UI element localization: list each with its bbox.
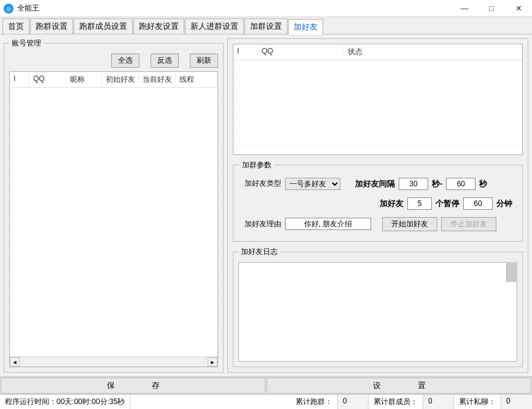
runtime-label: 程序运行时间： [5,397,57,406]
reason-input[interactable] [285,218,371,230]
title-bar: ◎ 全能王 — □ ✕ [0,0,532,17]
col-thread[interactable]: 线程 [176,72,217,87]
type-select[interactable]: 一号多好友 [285,178,340,190]
footer-buttons: 保存 设置 [0,376,532,394]
tab-bar: 首页 跑群设置 跑群成员设置 跑好友设置 新人进群设置 加群设置 加好友 [0,17,532,34]
minimize-button[interactable]: — [451,0,478,17]
stop-button[interactable]: 停止加好友 [441,217,496,231]
scroll-left-icon[interactable]: ◄ [10,357,20,367]
settings-button[interactable]: 设置 [267,378,531,394]
col-current-friends[interactable]: 当前好友 [139,72,176,87]
col-qq[interactable]: QQ [29,72,66,87]
minutes-label: 分钟 [496,198,512,209]
sec-dash-label: 秒- [432,178,442,189]
status-grid[interactable]: I QQ 状态 [233,44,523,155]
col-nick[interactable]: 昵称 [66,72,102,87]
account-grid-scrollbar[interactable]: ◄ ► [10,357,217,367]
status-grid-body [233,60,522,154]
account-grid-header: I QQ 昵称 初始好友 当前好友 线程 [10,72,217,88]
right-panel: I QQ 状态 加群参数 加好友类型 一号多好友 加好友间隔 秒- 秒 加好友 [227,38,528,373]
log-panel: 加好友日志 [233,247,523,368]
log-textarea[interactable] [238,262,517,362]
status-grid-header: I QQ 状态 [233,44,522,60]
tab-add-friend[interactable]: 加好友 [288,19,323,34]
tab-add-group-settings[interactable]: 加群设置 [244,18,288,34]
reason-label: 加好友理由 [244,219,281,229]
tab-newcomer-settings[interactable]: 新人进群设置 [185,18,244,34]
maximize-button[interactable]: □ [478,0,505,17]
interval-from-input[interactable] [399,178,428,190]
tab-run-group-member-settings[interactable]: 跑群成员设置 [74,18,133,34]
private-label: 累计私聊： [454,395,501,409]
account-panel: 账号管理 全选 反选 刷新 I QQ 昵称 初始好友 当前好友 线程 ◄ ► [4,38,224,373]
close-button[interactable]: ✕ [505,0,532,17]
run-group-value: 0 [338,395,369,409]
type-label: 加好友类型 [244,178,281,189]
invert-select-button[interactable]: 反选 [151,54,179,68]
private-value: 0 [501,395,532,409]
content-area: 账号管理 全选 反选 刷新 I QQ 昵称 初始好友 当前好友 线程 ◄ ► [0,34,532,376]
pause-label: 个暂停 [436,198,460,209]
window-title: 全能王 [17,3,451,14]
tab-run-group-settings[interactable]: 跑群设置 [30,18,73,34]
select-all-button[interactable]: 全选 [111,54,139,68]
runtime-cell: 程序运行时间：00天:00时:00分:35秒 [0,395,130,409]
col-initial-friends[interactable]: 初始好友 [102,72,139,87]
add-label: 加好友 [380,198,404,209]
col-r-index[interactable]: I [233,44,258,60]
interval-label: 加好友间隔 [355,178,395,189]
refresh-button[interactable]: 刷新 [190,54,218,68]
log-legend: 加好友日志 [238,247,280,257]
pause-minutes-input[interactable] [463,197,493,210]
params-legend: 加群参数 [240,160,274,170]
col-index[interactable]: I [10,72,29,87]
account-grid-body [10,88,217,357]
save-button[interactable]: 保存 [1,378,265,394]
scroll-track[interactable] [20,357,208,367]
log-scrollbar-thumb[interactable] [506,263,516,282]
add-count-input[interactable] [407,197,432,210]
params-panel: 加群参数 加好友类型 一号多好友 加好友间隔 秒- 秒 加好友 个暂停 分钟 [233,160,523,242]
scroll-right-icon[interactable]: ► [208,357,217,367]
tab-home[interactable]: 首页 [2,18,29,34]
group-member-label: 累计群成员： [369,395,423,409]
tab-run-friend-settings[interactable]: 跑好友设置 [133,18,184,34]
sec-label: 秒 [479,178,487,189]
col-r-qq[interactable]: QQ [258,44,344,60]
group-member-value: 0 [423,395,454,409]
run-group-label: 累计跑群： [291,395,338,409]
account-grid[interactable]: I QQ 昵称 初始好友 当前好友 线程 ◄ ► [9,71,218,367]
account-panel-legend: 账号管理 [9,38,44,49]
status-bar: 程序运行时间：00天:00时:00分:35秒 累计跑群： 0 累计群成员： 0 … [0,394,532,409]
start-button[interactable]: 开始加好友 [382,217,437,231]
runtime-value: 00天:00时:00分:35秒 [57,397,125,406]
col-r-status[interactable]: 状态 [344,44,522,60]
app-icon: ◎ [4,4,14,14]
interval-to-input[interactable] [446,178,475,190]
